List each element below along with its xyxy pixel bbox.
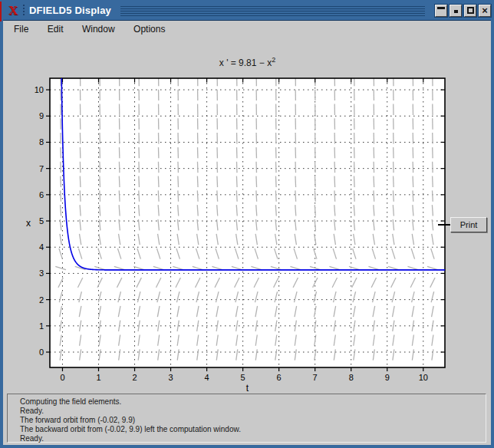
svg-text:4: 4 bbox=[205, 373, 209, 382]
window-edge-accent bbox=[0, 2, 2, 21]
plot-background bbox=[50, 78, 445, 367]
svg-text:5: 5 bbox=[241, 373, 245, 382]
maximize-icon bbox=[467, 7, 474, 14]
plot-title-exponent: 2 bbox=[272, 56, 275, 64]
svg-text:6: 6 bbox=[39, 190, 44, 199]
status-line: Ready. bbox=[20, 434, 481, 443]
menu-options[interactable]: Options bbox=[126, 21, 173, 37]
svg-text:10: 10 bbox=[419, 373, 428, 382]
window-title: DFIELD5 Display bbox=[29, 5, 111, 16]
svg-text:6: 6 bbox=[277, 373, 282, 382]
shade-icon bbox=[437, 7, 445, 9]
svg-text:5: 5 bbox=[39, 216, 44, 226]
svg-text:10: 10 bbox=[35, 85, 44, 94]
dfield5-display-window: X DFIELD5 Display × File Edit Window Opt… bbox=[0, 0, 494, 448]
print-button[interactable]: Print bbox=[450, 217, 487, 232]
svg-text:9: 9 bbox=[39, 111, 44, 120]
svg-text:3: 3 bbox=[39, 268, 44, 278]
maximize-button[interactable] bbox=[464, 5, 476, 17]
svg-text:4: 4 bbox=[39, 242, 44, 252]
status-line: Ready. bbox=[20, 407, 481, 416]
direction-field-plot-canvas[interactable]: 012345678910012345678910tx bbox=[18, 67, 479, 397]
svg-text:1: 1 bbox=[96, 373, 100, 382]
close-icon: × bbox=[479, 5, 490, 15]
menu-edit[interactable]: Edit bbox=[40, 21, 71, 37]
svg-text:3: 3 bbox=[168, 373, 173, 382]
menu-file[interactable]: File bbox=[6, 21, 36, 37]
minimize-icon bbox=[454, 10, 458, 13]
menu-window[interactable]: Window bbox=[74, 21, 123, 37]
titlebar[interactable]: X DFIELD5 Display × bbox=[2, 2, 492, 19]
svg-text:0: 0 bbox=[39, 348, 44, 357]
y-axis-label: x bbox=[26, 218, 31, 229]
shade-button[interactable] bbox=[435, 5, 447, 17]
status-line: The forward orbit from (-0.02, 9.9) bbox=[20, 416, 481, 425]
svg-text:0: 0 bbox=[60, 373, 64, 382]
status-message-panel: Computing the field elements. Ready. The… bbox=[7, 394, 486, 443]
svg-text:8: 8 bbox=[39, 137, 44, 147]
minimize-button[interactable] bbox=[450, 5, 462, 17]
svg-text:1: 1 bbox=[39, 321, 44, 331]
x11-logo-icon: X bbox=[5, 4, 21, 18]
figure-client-area: File Edit Window Options x ' = 9.81 − x2… bbox=[3, 20, 491, 445]
x-axis-label: t bbox=[246, 383, 249, 394]
svg-text:7: 7 bbox=[313, 373, 318, 382]
titlebar-grip[interactable] bbox=[120, 5, 425, 16]
print-connector-line bbox=[438, 224, 450, 226]
svg-text:9: 9 bbox=[385, 373, 390, 382]
status-line: Computing the field elements. bbox=[20, 397, 481, 407]
status-line: The backward orbit from (-0.02, 9.9) lef… bbox=[20, 425, 481, 434]
titlebar-separator bbox=[23, 5, 25, 16]
svg-text:2: 2 bbox=[132, 373, 137, 382]
svg-text:7: 7 bbox=[39, 164, 44, 173]
close-button[interactable]: × bbox=[479, 5, 491, 17]
menu-bar: File Edit Window Options bbox=[3, 21, 491, 38]
svg-text:8: 8 bbox=[349, 373, 354, 382]
svg-text:2: 2 bbox=[39, 295, 44, 305]
